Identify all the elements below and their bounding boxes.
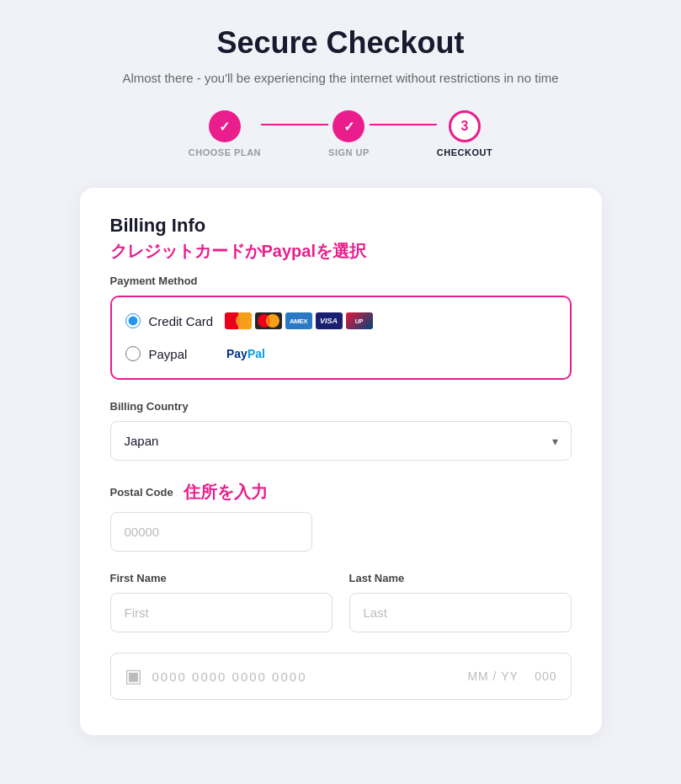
card-chip-icon: ▣ (125, 665, 142, 687)
paypal-option[interactable]: Paypal PayPal (125, 339, 556, 368)
step-circle-2: ✓ (333, 110, 364, 142)
visa-icon: VISA (316, 312, 343, 329)
steps-progress: ✓ CHOOSE PLAN ✓ SIGN UP 3 CHECKOUT (189, 110, 492, 157)
payment-method-box: Credit Card A (110, 296, 572, 380)
postal-code-input[interactable] (110, 512, 312, 552)
postal-header: Postal Code 住所を入力 (110, 481, 572, 504)
payment-annotation: クレジットカードかPaypalを選択 (110, 240, 572, 263)
paypal-radio[interactable] (125, 346, 141, 361)
name-row: First Name Last Name (110, 572, 572, 632)
mastercard-icon (255, 312, 282, 329)
unionpay-icon: UP (346, 312, 373, 329)
checkout-card: Billing Info クレジットカードかPaypalを選択 Payment … (80, 188, 602, 735)
country-select[interactable]: Japan United States United Kingdom Austr… (110, 421, 572, 461)
billing-info-title: Billing Info (110, 215, 572, 237)
step-number-3: 3 (461, 119, 469, 134)
postal-code-section: Postal Code 住所を入力 (110, 481, 572, 552)
step-connector-2 (370, 124, 437, 125)
checkmark-icon-2: ✓ (343, 119, 354, 135)
postal-input-wrapper (110, 512, 312, 552)
step-sign-up: ✓ SIGN UP (328, 110, 370, 157)
step-choose-plan: ✓ CHOOSE PLAN (189, 110, 261, 157)
paypal-logo: PayPal (225, 344, 292, 363)
name-section: First Name Last Name (110, 572, 572, 632)
last-name-label: Last Name (349, 572, 572, 584)
first-name-field: First Name (110, 572, 333, 632)
maestro-icon (225, 312, 252, 329)
card-number-box[interactable]: ▣ 0000 0000 0000 0000 MM / YY 000 (110, 653, 572, 700)
card-number-section: ▣ 0000 0000 0000 0000 MM / YY 000 (110, 653, 572, 700)
svg-point-1 (236, 314, 249, 328)
last-name-input[interactable] (349, 593, 572, 632)
postal-code-label: Postal Code (110, 486, 173, 499)
billing-country-label: Billing Country (110, 400, 572, 413)
card-number-placeholder: 0000 0000 0000 0000 (152, 669, 458, 684)
country-select-wrapper: Japan United States United Kingdom Austr… (110, 421, 572, 461)
paypal-label: Paypal (149, 347, 216, 361)
credit-card-option[interactable]: Credit Card A (125, 307, 556, 334)
checkmark-icon-1: ✓ (219, 119, 230, 135)
payment-method-label: Payment Method (110, 275, 572, 287)
last-name-field: Last Name (349, 572, 572, 632)
card-icons: AMEX VISA UP (225, 312, 373, 329)
card-expiry-cvv-placeholder: MM / YY 000 (467, 669, 556, 683)
step-checkout: 3 CHECKOUT (437, 110, 492, 157)
credit-card-label: Credit Card (149, 314, 216, 328)
step-circle-1: ✓ (209, 110, 241, 142)
svg-text:PayPal: PayPal (226, 347, 265, 360)
first-name-label: First Name (110, 572, 333, 584)
first-name-input[interactable] (110, 593, 333, 632)
step-label-1: CHOOSE PLAN (189, 147, 261, 157)
step-connector-1 (261, 124, 328, 125)
page-subtitle: Almost there - you'll be experiencing th… (122, 71, 558, 85)
billing-country-section: Billing Country Japan United States Unit… (110, 400, 572, 461)
step-label-3: CHECKOUT (437, 147, 492, 157)
postal-annotation: 住所を入力 (184, 481, 268, 504)
page-title: Secure Checkout (216, 25, 464, 61)
step-label-2: SIGN UP (328, 147, 370, 157)
amex-icon: AMEX (285, 312, 312, 329)
step-circle-3: 3 (449, 110, 481, 142)
credit-card-radio[interactable] (125, 313, 141, 328)
